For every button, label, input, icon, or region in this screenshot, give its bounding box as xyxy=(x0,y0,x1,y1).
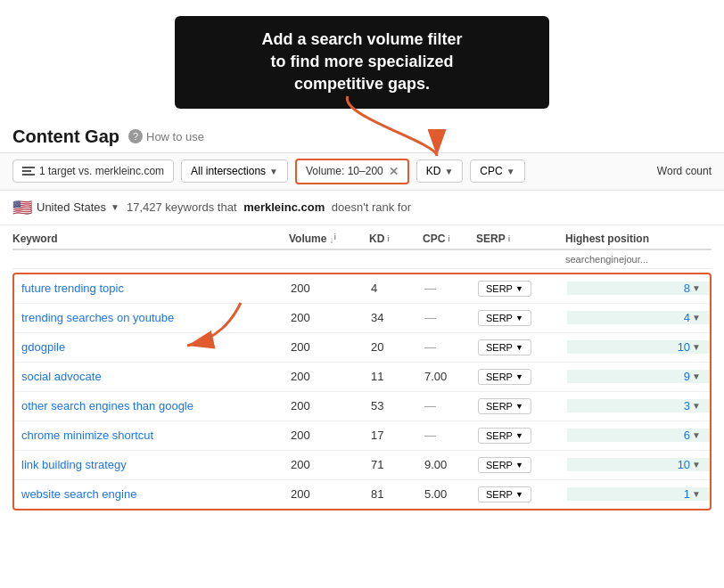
volume-cell-0: 200 xyxy=(291,282,371,295)
table-row: other search engines than google 200 53 … xyxy=(14,392,710,421)
serp-btn-6[interactable]: SERP ▼ xyxy=(478,457,531,473)
how-to-use-link[interactable]: ? How to use xyxy=(128,129,204,143)
serp-btn-3[interactable]: SERP ▼ xyxy=(478,369,531,385)
keyword-cell-4[interactable]: other search engines than google xyxy=(14,399,291,412)
region-info: 17,427 keywords that merkleinc.com doesn… xyxy=(127,200,411,214)
serp-cell-0: SERP ▼ xyxy=(478,281,567,297)
serp-caret-icon-1: ▼ xyxy=(515,314,523,323)
callout-tooltip: Add a search volume filter to find more … xyxy=(175,16,549,109)
serp-btn-4[interactable]: SERP ▼ xyxy=(478,398,531,414)
highest-pos-1[interactable]: 4 ▼ xyxy=(567,311,710,324)
highest-pos-6[interactable]: 10 ▼ xyxy=(567,458,710,471)
volume-cell-4: 200 xyxy=(291,399,371,412)
cpc-cell-0: — xyxy=(424,282,478,295)
volume-filter[interactable]: Volume: 10–200 ✕ xyxy=(295,159,409,184)
col-keyword: Keyword xyxy=(12,233,289,245)
us-flag-icon: 🇺🇸 xyxy=(12,198,32,217)
table-container: Keyword Volume ↓i KD i CPC i SERP i High… xyxy=(0,225,724,510)
table-row: trending searches on youtube 200 34 — SE… xyxy=(14,304,710,333)
serp-cell-5: SERP ▼ xyxy=(478,428,567,444)
kd-cell-1: 34 xyxy=(371,311,424,324)
col-serp[interactable]: SERP i xyxy=(476,233,565,245)
table-row: future trending topic 200 4 — SERP ▼ 8 ▼ xyxy=(14,274,710,304)
region-caret-icon: ▼ xyxy=(111,202,119,212)
kd-cell-5: 17 xyxy=(371,429,424,442)
serp-caret-icon-3: ▼ xyxy=(515,372,523,381)
cpc-cell-5: — xyxy=(424,429,478,442)
serp-caret-icon-0: ▼ xyxy=(515,284,523,293)
kd-cell-7: 81 xyxy=(371,487,424,501)
keyword-cell-6[interactable]: link building strategy xyxy=(14,458,291,471)
keyword-cell-3[interactable]: social advocate xyxy=(14,370,291,383)
keyword-cell-5[interactable]: chrome minimize shortcut xyxy=(14,429,291,442)
serp-cell-6: SERP ▼ xyxy=(478,457,567,473)
kd-cell-3: 11 xyxy=(371,370,424,383)
highest-pos-5[interactable]: 6 ▼ xyxy=(567,429,710,442)
cpc-cell-4: — xyxy=(424,399,478,412)
intersection-dropdown[interactable]: All intersections ▼ xyxy=(181,159,288,183)
page-title: Content Gap xyxy=(12,127,119,147)
table-header: Keyword Volume ↓i KD i CPC i SERP i High… xyxy=(12,225,712,250)
volume-cell-5: 200 xyxy=(291,429,371,442)
filter-bar: 1 target vs. merkleinc.com All intersect… xyxy=(0,152,724,191)
col-volume[interactable]: Volume ↓i xyxy=(289,233,369,245)
serp-cell-7: SERP ▼ xyxy=(478,486,567,502)
volume-cell-6: 200 xyxy=(291,458,371,471)
serp-cell-1: SERP ▼ xyxy=(478,310,567,326)
col-highest-position: Highest position xyxy=(565,233,712,245)
intersection-caret-icon: ▼ xyxy=(269,167,278,176)
sub-header-domain: searchenginejour... xyxy=(565,254,712,265)
page-header: Content Gap ? How to use xyxy=(0,118,724,152)
col-cpc[interactable]: CPC i xyxy=(423,233,476,245)
highest-pos-2[interactable]: 10 ▼ xyxy=(567,340,710,354)
region-selector[interactable]: 🇺🇸 United States ▼ xyxy=(12,198,119,217)
volume-filter-close[interactable]: ✕ xyxy=(389,165,399,178)
serp-caret-icon-2: ▼ xyxy=(515,343,523,352)
keyword-cell-0[interactable]: future trending topic xyxy=(14,282,291,295)
table-row: website search engine 200 81 5.00 SERP ▼… xyxy=(14,480,710,509)
serp-btn-7[interactable]: SERP ▼ xyxy=(478,486,531,502)
table-row: chrome minimize shortcut 200 17 — SERP ▼… xyxy=(14,421,710,451)
table-row: gdogpile 200 20 — SERP ▼ 10 ▼ xyxy=(14,333,710,363)
keyword-cell-2[interactable]: gdogpile xyxy=(14,340,291,354)
cpc-cell-7: 5.00 xyxy=(424,487,478,501)
serp-btn-5[interactable]: SERP ▼ xyxy=(478,428,531,444)
volume-cell-1: 200 xyxy=(291,311,371,324)
target-filter-button[interactable]: 1 target vs. merkleinc.com xyxy=(12,159,174,183)
sort-volume-icon: ↓i xyxy=(329,233,336,245)
kd-cell-6: 71 xyxy=(371,458,424,471)
filter-lines-icon xyxy=(22,167,35,176)
word-count-label: Word count xyxy=(657,165,712,177)
cpc-dropdown[interactable]: CPC ▼ xyxy=(470,159,524,183)
kd-cell-4: 53 xyxy=(371,399,424,412)
table-sub-header: searchenginejour... xyxy=(12,250,712,269)
serp-btn-1[interactable]: SERP ▼ xyxy=(478,310,531,326)
keyword-cell-7[interactable]: website search engine xyxy=(14,487,291,501)
highest-pos-4[interactable]: 3 ▼ xyxy=(567,399,710,412)
serp-btn-0[interactable]: SERP ▼ xyxy=(478,281,531,297)
volume-cell-7: 200 xyxy=(291,487,371,501)
cpc-cell-3: 7.00 xyxy=(424,370,478,383)
highlighted-rows-section: future trending topic 200 4 — SERP ▼ 8 ▼… xyxy=(12,273,712,510)
serp-btn-2[interactable]: SERP ▼ xyxy=(478,339,531,355)
highest-pos-3[interactable]: 9 ▼ xyxy=(567,370,710,383)
col-kd[interactable]: KD i xyxy=(369,233,423,245)
volume-cell-2: 200 xyxy=(291,340,371,354)
highest-pos-7[interactable]: 1 ▼ xyxy=(567,487,710,501)
kd-caret-icon: ▼ xyxy=(444,167,453,176)
kd-cell-2: 20 xyxy=(371,340,424,354)
serp-caret-icon-5: ▼ xyxy=(515,431,523,440)
serp-caret-icon-4: ▼ xyxy=(515,402,523,411)
cpc-cell-1: — xyxy=(424,311,478,324)
help-icon: ? xyxy=(128,129,143,143)
cpc-cell-6: 9.00 xyxy=(424,458,478,471)
serp-cell-4: SERP ▼ xyxy=(478,398,567,414)
table-row: social advocate 200 11 7.00 SERP ▼ 9 ▼ xyxy=(14,363,710,392)
serp-caret-icon-7: ▼ xyxy=(515,490,523,499)
volume-cell-3: 200 xyxy=(291,370,371,383)
serp-cell-2: SERP ▼ xyxy=(478,339,567,355)
kd-dropdown[interactable]: KD ▼ xyxy=(416,159,464,183)
keyword-cell-1[interactable]: trending searches on youtube xyxy=(14,311,291,324)
highest-pos-0[interactable]: 8 ▼ xyxy=(567,282,710,295)
cpc-cell-2: — xyxy=(424,340,478,354)
